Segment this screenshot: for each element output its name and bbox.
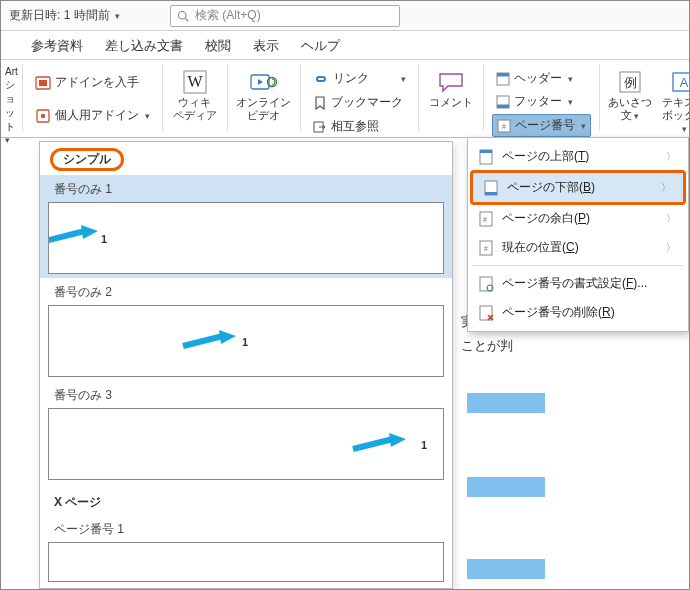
tab-help[interactable]: ヘルプ [301, 37, 340, 55]
tab-view[interactable]: 表示 [253, 37, 279, 55]
svg-rect-34 [480, 277, 492, 291]
search-placeholder: 検索 (Alt+Q) [195, 7, 261, 24]
ribbon: Art ショット ▾ アドインを入手 個人用アドイン ▾ W ウィキペディア オ… [1, 60, 689, 138]
svg-text:A: A [679, 75, 688, 90]
menu-current-position[interactable]: # 現在の位置(C) 〉 [468, 233, 688, 262]
menu-bottom-of-page[interactable]: ページの下部(B) 〉 [473, 173, 683, 202]
wikipedia-button[interactable]: W ウィキペディア [171, 66, 219, 122]
group-media: オンラインビデオ [228, 64, 301, 131]
gallery-item[interactable]: 番号のみ 3 1 [40, 381, 452, 484]
chevron-right-icon: 〉 [666, 241, 676, 255]
header-icon [496, 72, 510, 86]
title-bar: 更新日時: 1 時間前 ▾ 検索 (Alt+Q) [1, 1, 689, 31]
online-video-button[interactable]: オンラインビデオ [236, 66, 292, 122]
footer-button[interactable]: フッター ▾ [492, 91, 591, 112]
annotation-arrow [349, 433, 409, 453]
gallery-group-xpage: X ページ [40, 484, 452, 515]
chevron-right-icon: 〉 [666, 212, 676, 226]
cropped-screenshot[interactable]: ショット ▾ [5, 78, 18, 145]
annotation-arrow [48, 225, 101, 245]
group-wikipedia: W ウィキペディア [163, 64, 228, 131]
page-bottom-icon [483, 180, 499, 196]
gallery-item-title: 番号のみ 1 [48, 179, 444, 200]
greeting-icon: 例 [618, 70, 642, 94]
gallery-item[interactable]: 番号のみ 2 1 [40, 278, 452, 381]
menu-top-of-page[interactable]: ページの上部(T) 〉 [468, 142, 688, 171]
menu-remove-page-numbers[interactable]: ページ番号の削除(R) [468, 298, 688, 327]
crossref-icon [313, 120, 327, 134]
page-margin-icon: # [478, 211, 494, 227]
svg-point-5 [41, 113, 45, 117]
get-addins-button[interactable]: アドインを入手 [31, 72, 154, 93]
svg-text:例: 例 [623, 75, 636, 90]
svg-text:#: # [502, 123, 506, 130]
bookmark-button[interactable]: ブックマーク [309, 92, 410, 113]
textbox-icon: A [671, 70, 690, 94]
gallery-item[interactable]: 番号のみ 1 1 [40, 175, 452, 278]
svg-rect-27 [480, 150, 492, 153]
group-text: 例 あいさつ文▾ A テキストボックス▾ A≡ [600, 64, 690, 131]
svg-line-41 [353, 439, 393, 449]
svg-text:#: # [484, 245, 488, 252]
search-input[interactable]: 検索 (Alt+Q) [170, 5, 400, 27]
gallery-preview: 1 [48, 305, 444, 377]
my-addins-button[interactable]: 個人用アドイン ▾ [31, 105, 154, 126]
gallery-preview: 1 [48, 408, 444, 480]
link-icon [313, 72, 329, 86]
gallery-preview [48, 542, 444, 582]
svg-point-0 [179, 11, 187, 19]
comment-button[interactable]: コメント [427, 66, 475, 109]
addin-icon [35, 108, 51, 124]
remove-icon [478, 305, 494, 321]
svg-text:W: W [187, 73, 203, 90]
page-number-icon: # [497, 119, 511, 133]
page-number-sample: 1 [101, 233, 107, 245]
search-icon [177, 10, 189, 22]
store-icon [35, 75, 51, 91]
doc-text-fragment-2: ことが判 [461, 337, 513, 355]
svg-rect-29 [485, 192, 497, 195]
tab-review[interactable]: 校閲 [205, 37, 231, 55]
gallery-preview: 1 [48, 202, 444, 274]
chevron-right-icon: 〉 [666, 150, 676, 164]
doc-highlight-bar-3 [467, 559, 545, 579]
page-number-gallery: シンプル 番号のみ 1 1 番号のみ 2 1 番号のみ 3 1 X ページ ペー… [39, 141, 453, 589]
gallery-item[interactable]: ページ番号 1 [40, 515, 452, 586]
video-icon [250, 71, 278, 93]
header-button[interactable]: ヘッダー ▾ [492, 68, 591, 89]
tab-mailings[interactable]: 差し込み文書 [105, 37, 183, 55]
current-pos-icon: # [478, 240, 494, 256]
textbox-button[interactable]: A テキストボックス▾ [660, 66, 690, 136]
doc-highlight-bar-1 [467, 393, 545, 413]
svg-rect-3 [39, 80, 47, 86]
svg-marker-40 [219, 330, 236, 344]
svg-line-39 [183, 336, 223, 346]
comment-icon [438, 71, 464, 93]
page-top-icon [478, 149, 494, 165]
link-button[interactable]: リンク▾ [309, 68, 410, 89]
svg-text:#: # [483, 216, 487, 223]
svg-rect-15 [497, 104, 509, 108]
menu-format-page-numbers[interactable]: ページ番号の書式設定(F)... [468, 269, 688, 298]
last-modified-label[interactable]: 更新日時: 1 時間前 ▾ [9, 7, 120, 24]
svg-line-37 [48, 231, 85, 241]
page-number-menu: ページの上部(T) 〉 ページの下部(B) 〉 # ページの余白(P) 〉 # … [467, 137, 689, 332]
format-icon [478, 276, 494, 292]
ribbon-tabs: 参考資料 差し込み文書 校閲 表示 ヘルプ [1, 31, 689, 60]
chevron-right-icon: 〉 [661, 181, 671, 195]
svg-marker-38 [81, 225, 98, 239]
greeting-button[interactable]: 例 あいさつ文▾ [608, 66, 652, 122]
group-comment: コメント [419, 64, 484, 131]
tab-references[interactable]: 参考資料 [31, 37, 83, 55]
gallery-item-title: 番号のみ 2 [48, 282, 444, 303]
menu-page-margin[interactable]: # ページの余白(P) 〉 [468, 204, 688, 233]
footer-icon [496, 95, 510, 109]
page-number-sample: 1 [242, 336, 248, 348]
menu-separator [472, 265, 684, 266]
gallery-item-title: 番号のみ 3 [48, 385, 444, 406]
doc-highlight-bar-2 [467, 477, 545, 497]
page-number-button[interactable]: # ページ番号 ▾ [492, 114, 591, 137]
crossref-button[interactable]: 相互参照 [309, 116, 410, 137]
bookmark-icon [313, 96, 327, 110]
svg-marker-42 [389, 433, 406, 447]
